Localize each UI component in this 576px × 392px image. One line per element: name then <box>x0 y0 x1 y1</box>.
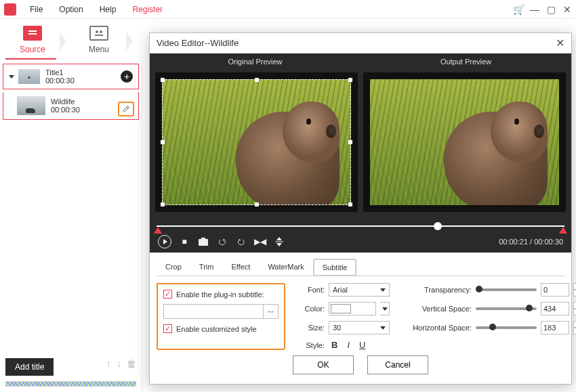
svg-rect-5 <box>199 239 208 246</box>
size-label: Size: <box>296 324 325 332</box>
editor-tabs: Crop Trim Effect WaterMark Subtitle <box>157 258 564 276</box>
color-select[interactable] <box>329 302 376 315</box>
flip-vertical-button[interactable] <box>273 236 285 248</box>
add-clip-button[interactable]: + <box>121 70 133 83</box>
rotate-right-button[interactable]: ⭮ <box>235 236 247 248</box>
minimize-icon[interactable]: — <box>530 5 539 14</box>
menu-icon <box>89 26 108 41</box>
move-down-icon[interactable]: ↓ <box>117 358 121 369</box>
clip-name: Wildlife <box>51 97 80 106</box>
hspace-value[interactable]: 183 <box>541 321 569 334</box>
crop-selection[interactable] <box>162 79 351 205</box>
font-select[interactable]: Arial <box>329 283 390 297</box>
underline-button[interactable]: U <box>359 340 365 350</box>
clip-duration: 00:00:30 <box>51 106 80 114</box>
rotate-left-button[interactable]: ⭯ <box>216 236 228 248</box>
delete-icon[interactable]: 🗑 <box>127 358 136 369</box>
source-icon <box>23 26 42 41</box>
font-label: Font: <box>296 286 325 294</box>
tab-menu[interactable]: Menu <box>72 22 126 58</box>
maximize-icon[interactable]: ▢ <box>546 5 556 14</box>
svg-rect-6 <box>201 238 205 240</box>
vspace-label: Vertical Space: <box>400 305 472 313</box>
transparency-slider[interactable] <box>476 288 537 291</box>
vspace-down[interactable]: ▼ <box>573 309 576 315</box>
menu-file[interactable]: File <box>23 2 49 17</box>
bold-button[interactable]: B <box>331 340 337 350</box>
hspace-down[interactable]: ▼ <box>573 328 576 334</box>
transparency-down[interactable]: ▼ <box>573 290 576 297</box>
menu-help[interactable]: Help <box>93 2 123 17</box>
video-editor-dialog: Video Editor--Wildlife ✕ Original Previe… <box>149 32 572 385</box>
chevron-separator <box>126 26 138 53</box>
app-logo <box>4 3 16 16</box>
cart-icon[interactable]: 🛒 <box>514 5 523 14</box>
transparency-value[interactable]: 0 <box>541 283 569 297</box>
svg-point-3 <box>100 30 102 33</box>
subtitle-file-input[interactable] <box>163 304 264 319</box>
transparency-label: Transparency: <box>400 286 472 294</box>
move-up-icon[interactable]: ↑ <box>106 358 111 369</box>
cancel-button[interactable]: Cancel <box>367 355 428 374</box>
clip-title-row[interactable]: ▲ Title1 00:00:30 + <box>3 64 139 89</box>
original-preview[interactable] <box>155 72 358 212</box>
hspace-slider[interactable] <box>476 326 537 329</box>
dialog-title: Video Editor--Wildlife <box>157 38 239 48</box>
tab-effect[interactable]: Effect <box>222 259 259 276</box>
preview-area: Original Preview Output Preview <box>150 53 571 217</box>
ok-button[interactable]: OK <box>293 355 354 374</box>
svg-rect-9 <box>275 241 283 242</box>
tab-source-label: Source <box>20 45 45 54</box>
enable-plugin-checkbox[interactable] <box>163 290 172 299</box>
menu-register[interactable]: Register <box>125 2 169 17</box>
chevron-separator <box>60 26 72 53</box>
original-preview-label: Original Preview <box>150 53 361 70</box>
color-dropdown-button[interactable] <box>380 302 390 315</box>
tab-subtitle[interactable]: Subtitle <box>313 259 357 276</box>
tab-watermark[interactable]: WaterMark <box>259 259 312 276</box>
transparency-up[interactable]: ▲ <box>573 283 576 290</box>
svg-marker-7 <box>276 237 282 240</box>
clip-row[interactable]: Wildlife 00:00:30 <box>3 92 139 120</box>
vspace-value[interactable]: 434 <box>541 302 569 315</box>
enable-style-label: Enable customized style <box>176 325 257 333</box>
playback-bar: ■ ⭯ ⭮ ▶◀ 00:00:21 / 00:00:30 <box>150 217 571 253</box>
dialog-title-bar: Video Editor--Wildlife ✕ <box>150 33 571 53</box>
stop-button[interactable]: ■ <box>178 236 190 248</box>
hspace-label: Horizontal Space: <box>400 324 472 332</box>
add-title-button[interactable]: Add title <box>5 358 54 376</box>
size-select[interactable]: 30 <box>329 321 390 334</box>
active-tab-underline <box>5 58 56 60</box>
enable-plugin-label: Enable the plug-in subtitle: <box>176 290 264 299</box>
svg-rect-1 <box>28 33 37 35</box>
spacing-settings: Transparency: 0 ▲▼ Vertical Space: 434 ▲… <box>400 283 576 350</box>
edit-clip-button[interactable] <box>118 102 134 116</box>
close-icon[interactable]: ✕ <box>562 5 572 14</box>
clip-thumbnail <box>17 96 45 115</box>
output-preview <box>363 72 566 212</box>
browse-button[interactable]: ··· <box>264 304 279 319</box>
seek-track[interactable] <box>157 220 564 232</box>
caret-down-icon <box>9 75 14 79</box>
title-thumbnail: ▲ <box>18 69 40 84</box>
sidebar: ▲ Title1 00:00:30 + Wildlife 00:00:30 Ad… <box>0 61 142 392</box>
svg-rect-4 <box>95 35 103 36</box>
dialog-close-button[interactable]: ✕ <box>556 37 564 49</box>
hspace-up[interactable]: ▲ <box>573 321 576 328</box>
snapshot-button[interactable] <box>197 236 209 248</box>
title-duration: 00:00:30 <box>45 77 75 85</box>
italic-button[interactable]: I <box>347 340 350 350</box>
vspace-slider[interactable] <box>476 307 537 310</box>
enable-style-checkbox[interactable] <box>163 324 172 333</box>
color-label: Color: <box>296 305 325 313</box>
tab-trim[interactable]: Trim <box>190 259 223 276</box>
flip-horizontal-button[interactable]: ▶◀ <box>254 236 266 248</box>
tab-source[interactable]: Source <box>5 22 60 58</box>
play-button[interactable] <box>158 235 171 248</box>
editor-panel: Crop Trim Effect WaterMark Subtitle Enab… <box>150 253 571 384</box>
menubar: File Option Help Register 🛒 — ▢ ✕ <box>0 0 576 19</box>
vspace-up[interactable]: ▲ <box>573 302 576 309</box>
menu-option[interactable]: Option <box>52 2 89 17</box>
time-display: 00:00:21 / 00:00:30 <box>499 238 563 246</box>
tab-crop[interactable]: Crop <box>157 259 190 276</box>
